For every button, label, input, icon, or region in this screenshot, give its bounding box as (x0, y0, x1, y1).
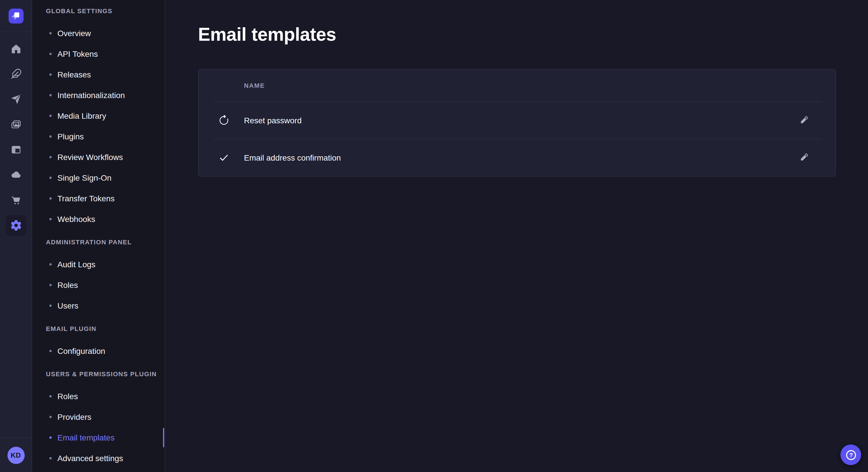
subnav-sections: GLOBAL SETTINGS Overview API Tokens Rele… (32, 4, 165, 469)
subnav-item[interactable]: Media Library (32, 105, 165, 126)
subnav-section: USERS & PERMISSIONS PLUGIN Roles Provide… (32, 367, 165, 469)
subnav-item[interactable]: Internationalization (32, 85, 165, 105)
subnav-section-title: ADMINISTRATION PANEL (32, 235, 165, 249)
subnav-item-label: Webhooks (57, 214, 95, 224)
avatar[interactable]: KD (7, 447, 24, 464)
subnav-item-label: Email templates (57, 433, 115, 442)
subnav-item[interactable]: Advanced settings (32, 448, 165, 469)
subnav-item-label: Advanced settings (57, 453, 123, 463)
subnav-item[interactable]: Email templates (32, 427, 165, 448)
subnav-item-label: Review Workflows (57, 153, 123, 162)
subnav-item[interactable]: Roles (32, 275, 165, 295)
rail-divider (0, 438, 32, 438)
row-name: Reset password (244, 115, 795, 125)
subnav-section-title: GLOBAL SETTINGS (32, 4, 165, 18)
settings-subnav: GLOBAL SETTINGS Overview API Tokens Rele… (32, 0, 165, 472)
subnav-section-title: USERS & PERMISSIONS PLUGIN (32, 367, 165, 381)
subnav-item[interactable]: Single Sign-On (32, 167, 165, 188)
subnav-item-label: Audit Logs (57, 260, 95, 269)
subnav-item-label: Overview (57, 29, 91, 38)
subnav-item[interactable]: Webhooks (32, 209, 165, 229)
subnav-item[interactable]: API Tokens (32, 43, 165, 64)
row-name: Email address confirmation (244, 153, 795, 162)
pencil-icon (799, 115, 809, 125)
page-title: Email templates (198, 23, 836, 46)
subnav-item-label: Roles (57, 392, 78, 401)
subnav-item-label: Providers (57, 412, 91, 422)
gear-icon[interactable] (5, 215, 26, 236)
subnav-item[interactable]: Configuration (32, 341, 165, 361)
subnav-item-label: Releases (57, 70, 91, 79)
table-body: Reset password Email address confirmatio… (198, 102, 835, 176)
table-row[interactable]: Reset password (198, 102, 835, 139)
subnav-item-label: API Tokens (57, 49, 98, 59)
subnav-item-label: Roles (57, 280, 78, 290)
subnav-item-label: Configuration (57, 346, 105, 356)
subnav-item[interactable]: Overview (32, 23, 165, 43)
svg-text:?: ? (849, 451, 853, 458)
subnav-item[interactable]: Users (32, 295, 165, 316)
subnav-item[interactable]: Audit Logs (32, 254, 165, 275)
subnav-section: EMAIL PLUGIN Configuration (32, 322, 165, 361)
feather-icon[interactable] (5, 64, 26, 84)
subnav-section: GLOBAL SETTINGS Overview API Tokens Rele… (32, 4, 165, 229)
subnav-item[interactable]: Transfer Tokens (32, 188, 165, 209)
subnav-item[interactable]: Providers (32, 407, 165, 427)
app-window: KD GLOBAL SETTINGS Overview API Tokens R… (0, 0, 868, 472)
main-nav-rail: KD (0, 0, 32, 472)
check-icon (218, 152, 229, 163)
subnav-item[interactable]: Review Workflows (32, 147, 165, 167)
subnav-item-label: Single Sign-On (57, 173, 112, 182)
paper-plane-icon[interactable] (5, 89, 26, 109)
subnav-section: ADMINISTRATION PANEL Audit Logs Roles Us… (32, 235, 165, 316)
subnav-item[interactable]: Plugins (32, 126, 165, 147)
subnav-item-label: Transfer Tokens (57, 194, 115, 203)
subnav-section-list: Configuration (32, 341, 165, 361)
subnav-item[interactable]: Roles (32, 386, 165, 407)
table-row[interactable]: Email address confirmation (198, 139, 835, 176)
subnav-section-list: Overview API Tokens Releases Internation… (32, 23, 165, 229)
refresh-icon (218, 114, 229, 126)
subnav-section-list: Audit Logs Roles Users (32, 254, 165, 316)
edit-button[interactable] (795, 111, 813, 129)
question-circle-icon: ? (844, 448, 857, 461)
rail-items (0, 32, 32, 236)
subnav-item[interactable]: Releases (32, 64, 165, 85)
help-button[interactable]: ? (840, 444, 861, 465)
subnav-item-label: Users (57, 301, 79, 310)
edit-button[interactable] (795, 148, 813, 167)
media-library-icon[interactable] (5, 114, 26, 135)
cart-icon[interactable] (5, 190, 26, 210)
subnav-section-title: EMAIL PLUGIN (32, 322, 165, 336)
cloud-icon[interactable] (5, 165, 26, 185)
email-templates-table: NAME Reset password Email address confir… (198, 69, 836, 177)
home-icon[interactable] (5, 38, 26, 59)
strapi-logo-icon[interactable] (8, 9, 23, 24)
table-header-name: NAME (198, 69, 835, 102)
layout-icon[interactable] (5, 139, 26, 160)
main-content: Email templates NAME Reset password Emai… (166, 0, 868, 472)
subnav-section-list: Roles Providers Email templates Advanced… (32, 386, 165, 469)
subnav-item-label: Internationalization (57, 91, 125, 100)
pencil-icon (799, 153, 809, 162)
rail-bottom: KD (0, 438, 32, 472)
subnav-item-label: Plugins (57, 132, 84, 141)
subnav-item-label: Media Library (57, 111, 106, 121)
